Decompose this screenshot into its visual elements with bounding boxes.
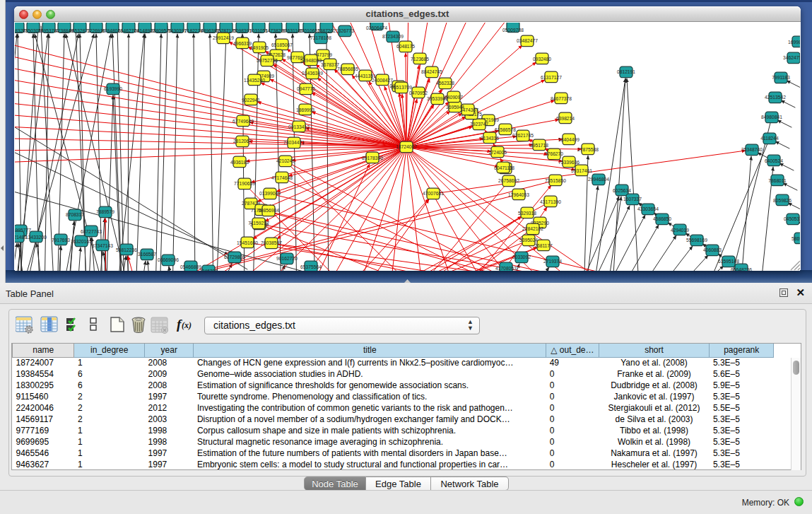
svg-text:5766270: 5766270 [545, 151, 563, 156]
svg-text:0047113: 0047113 [494, 165, 512, 170]
svg-text:6398214: 6398214 [556, 116, 575, 121]
svg-text:03482477: 03482477 [517, 38, 538, 43]
svg-text:18724007: 18724007 [396, 144, 417, 149]
svg-text:89178390: 89178390 [362, 156, 383, 160]
svg-text:62729806: 62729806 [224, 255, 245, 259]
svg-text:87234309: 87234309 [382, 34, 404, 39]
svg-text:7923747: 7923747 [470, 122, 488, 127]
svg-text:3166587: 3166587 [138, 252, 156, 257]
svg-text:22842102: 22842102 [522, 226, 543, 231]
svg-text:4060883: 4060883 [703, 247, 722, 252]
svg-text:0450533: 0450533 [784, 216, 800, 221]
svg-text:16998543: 16998543 [788, 40, 800, 45]
svg-text:65185067: 65185067 [271, 42, 293, 47]
svg-text:74034471: 74034471 [283, 140, 305, 145]
svg-text:7868011: 7868011 [768, 178, 787, 183]
svg-text:34624751: 34624751 [783, 55, 800, 60]
svg-text:1607337: 1607337 [623, 197, 642, 201]
svg-text:2719374: 2719374 [543, 259, 562, 264]
svg-text:7991183: 7991183 [772, 75, 790, 80]
svg-text:8708317: 8708317 [66, 212, 84, 217]
svg-text:13433200: 13433200 [25, 235, 47, 240]
svg-text:5329318: 5329318 [518, 211, 536, 216]
svg-text:2681177: 2681177 [534, 243, 553, 248]
svg-text:77190659: 77190659 [234, 181, 255, 186]
svg-text:35348740: 35348740 [741, 147, 763, 152]
svg-text:59317461: 59317461 [571, 168, 592, 173]
svg-text:5395024: 5395024 [519, 238, 538, 243]
svg-text:9022941: 9022941 [242, 98, 260, 103]
svg-text:4562328: 4562328 [436, 81, 454, 86]
svg-text:0947775: 0947775 [297, 86, 315, 91]
svg-text:1724005: 1724005 [488, 150, 507, 155]
svg-text:0470952: 0470952 [409, 90, 428, 95]
svg-text:65648236: 65648236 [731, 267, 752, 271]
svg-text:84677378: 84677378 [551, 96, 572, 101]
svg-text:99856984: 99856984 [258, 208, 279, 213]
svg-text:01436349: 01436349 [302, 71, 323, 76]
svg-text:58404499: 58404499 [558, 137, 579, 142]
svg-text:03669096: 03669096 [158, 257, 179, 262]
svg-text:17964053: 17964053 [508, 192, 529, 197]
svg-text:09133412: 09133412 [288, 124, 310, 129]
svg-text:24008427: 24008427 [372, 78, 393, 83]
svg-text:43171390: 43171390 [540, 199, 561, 204]
svg-text:90162720: 90162720 [276, 256, 298, 261]
svg-text:4118244: 4118244 [760, 136, 779, 141]
svg-text:50752735: 50752735 [257, 58, 278, 63]
svg-text:71159212: 71159212 [248, 221, 269, 226]
svg-text:67749649: 67749649 [233, 119, 254, 124]
svg-text:78856855: 78856855 [337, 66, 358, 71]
svg-text:0812191: 0812191 [617, 69, 635, 74]
svg-text:05009788: 05009788 [502, 28, 524, 33]
svg-text:26758692: 26758692 [498, 178, 519, 183]
svg-text:6193990: 6193990 [104, 86, 122, 91]
svg-text:68727743: 68727743 [81, 229, 102, 234]
svg-text:39533942: 39533942 [427, 96, 448, 101]
svg-text:6048175: 6048175 [396, 44, 415, 49]
svg-text:13435240: 13435240 [244, 78, 265, 83]
svg-text:6400524: 6400524 [765, 158, 783, 163]
svg-text:61595148: 61595148 [718, 259, 739, 264]
svg-text:9134316: 9134316 [481, 136, 499, 141]
svg-text:15451680: 15451680 [237, 240, 258, 245]
svg-text:2812067: 2812067 [233, 139, 252, 144]
svg-text:43303654: 43303654 [637, 206, 659, 211]
svg-text:41708053: 41708053 [495, 266, 517, 271]
svg-text:02621745: 02621745 [512, 133, 534, 138]
svg-text:05466889: 05466889 [180, 264, 201, 269]
svg-text:01399049: 01399049 [259, 191, 281, 196]
svg-text:4210249: 4210249 [276, 158, 295, 163]
svg-text:4586850: 4586850 [653, 216, 671, 221]
svg-text:88424745: 88424745 [421, 69, 442, 74]
svg-text:55698169: 55698169 [686, 238, 707, 243]
svg-text:5869232: 5869232 [792, 236, 800, 241]
svg-text:8059826: 8059826 [773, 198, 792, 203]
svg-text:27875588: 27875588 [577, 147, 599, 152]
svg-text:7889579: 7889579 [96, 209, 114, 214]
svg-text:54948083: 54948083 [300, 58, 322, 63]
svg-text:76320163: 76320163 [71, 239, 92, 244]
svg-text:55812236: 55812236 [116, 247, 137, 252]
svg-text:75339636: 75339636 [558, 160, 579, 165]
svg-text:47007661: 47007661 [423, 191, 444, 196]
svg-text:61586578: 61586578 [495, 127, 516, 132]
svg-text:47174648: 47174648 [271, 175, 293, 180]
svg-text:1869993: 1869993 [296, 107, 314, 112]
svg-text:1491905: 1491905 [250, 45, 269, 50]
svg-text:7346706: 7346706 [199, 269, 218, 271]
svg-text:29946804: 29946804 [588, 177, 609, 182]
svg-text:42513542: 42513542 [765, 95, 786, 100]
svg-text:87347143: 87347143 [92, 243, 113, 248]
svg-text:84980841: 84980841 [761, 115, 782, 119]
svg-text:6025634: 6025634 [613, 188, 631, 193]
svg-text:76038597: 76038597 [261, 240, 282, 245]
svg-text:96513709: 96513709 [391, 85, 412, 90]
svg-text:61317127: 61317127 [541, 75, 562, 80]
svg-text:65375564: 65375564 [300, 264, 322, 269]
svg-text:73178108: 73178108 [310, 35, 331, 40]
svg-text:29912419: 29912419 [213, 35, 234, 40]
svg-text:02606474: 02606474 [366, 25, 387, 30]
svg-text:3695944: 3695944 [446, 105, 464, 110]
svg-text:(x): (x) [182, 320, 192, 330]
